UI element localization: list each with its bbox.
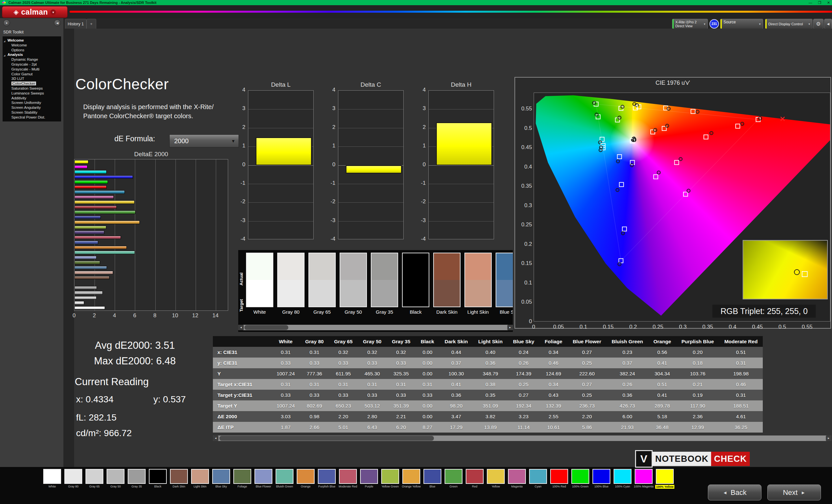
settings-button[interactable]: ⚙ bbox=[813, 19, 824, 29]
de-formula-select[interactable]: 2000 ▼ bbox=[169, 135, 239, 147]
scroll-right-icon[interactable]: ► bbox=[507, 325, 513, 330]
tree-expand-icon[interactable]: ◢ bbox=[4, 39, 5, 44]
tree-expand-icon[interactable]: ◢ bbox=[4, 53, 5, 58]
patch-gray-65[interactable] bbox=[308, 253, 336, 307]
target-point-marker bbox=[802, 271, 808, 277]
calman-app-icon bbox=[2, 1, 6, 4]
palette-item-gray-50[interactable]: Gray 50 bbox=[105, 469, 126, 489]
sidebar-item-colorchecker[interactable]: ColorChecker bbox=[3, 81, 61, 86]
table-horizontal-scrollbar[interactable]: ◄ ► bbox=[213, 436, 831, 441]
patch-blue-sky[interactable] bbox=[496, 253, 513, 307]
sidebar: SDR Toolkit ◢WelcomeWelcomeOptions◢Analy… bbox=[0, 29, 63, 467]
palette-item-orange[interactable]: Orange bbox=[295, 469, 316, 489]
palette-item-gray-80[interactable]: Gray 80 bbox=[63, 469, 84, 489]
table-cell: 0.27 bbox=[568, 379, 606, 390]
patch-black[interactable] bbox=[402, 253, 429, 307]
sidebar-item-spectral-power-dist[interactable]: Spectral Power Dist. bbox=[3, 115, 61, 120]
table-cell: 802.69 bbox=[300, 400, 329, 411]
minimize-button[interactable]: — bbox=[809, 1, 812, 4]
patch-gray-80[interactable] bbox=[277, 253, 305, 307]
calman-menu-button[interactable]: ◈ calman ▾ bbox=[2, 6, 68, 18]
column-header-gray-65: Gray 65 bbox=[329, 336, 358, 347]
palette-item-orange-yellow[interactable]: Orange Yellow bbox=[401, 469, 422, 489]
measured-marker-100-blue bbox=[618, 263, 621, 266]
close-button[interactable]: ✕ bbox=[827, 1, 830, 5]
palette-item-light-skin[interactable]: Light Skin bbox=[189, 469, 211, 489]
palette-item-label: Light Skin bbox=[194, 485, 207, 488]
table-cell: 192.34 bbox=[508, 400, 539, 411]
palette-item-foliage[interactable]: Foliage bbox=[232, 469, 253, 489]
tree-group-welcome[interactable]: ◢Welcome bbox=[3, 38, 61, 43]
scroll-right-icon[interactable]: ► bbox=[826, 436, 831, 441]
chevron-down-icon[interactable]: ▾ bbox=[50, 9, 56, 15]
palette-item-cyan[interactable]: Cyan bbox=[527, 469, 549, 489]
back-button[interactable]: ◄ Back bbox=[708, 484, 761, 500]
palette-item-green[interactable]: Green bbox=[443, 469, 464, 489]
table-header-row: WhiteGray 80Gray 65Gray 50Gray 35BlackDa… bbox=[213, 336, 763, 347]
sidebar-item-saturation-sweeps[interactable]: Saturation Sweeps bbox=[3, 86, 61, 91]
sidebar-item-grayscale-multi[interactable]: Grayscale - Multi bbox=[3, 67, 61, 72]
patch-white[interactable] bbox=[246, 253, 273, 307]
display-control-dropdown[interactable]: Direct Display Control ▼ bbox=[765, 19, 812, 29]
sidebar-item-dynamic-range[interactable]: Dynamic Range bbox=[3, 57, 61, 62]
sidebar-item-screen-stability[interactable]: Screen Stability bbox=[3, 110, 61, 115]
next-button[interactable]: Next ► bbox=[767, 484, 821, 500]
palette-item-bluish-green[interactable]: Bluish Green bbox=[274, 469, 295, 489]
palette-item-blue-flower[interactable]: Blue Flower bbox=[253, 469, 274, 489]
palette-item-blue-sky[interactable]: Blue Sky bbox=[211, 469, 232, 489]
palette-item-100-red[interactable]: 100% Red bbox=[549, 469, 570, 489]
palette-item-magenta[interactable]: Magenta bbox=[506, 469, 527, 489]
palette-item-black[interactable]: Black bbox=[147, 469, 168, 489]
palette-item-dark-skin[interactable]: Dark Skin bbox=[168, 469, 189, 489]
sidebar-item-screen-angularity[interactable]: Screen Angularity bbox=[3, 105, 61, 110]
palette-item-100-yellow[interactable]: 100% Yellow bbox=[654, 469, 675, 489]
sidebar-collapse-button[interactable]: ◀ bbox=[54, 20, 61, 26]
palette-item-yellow[interactable]: Yellow bbox=[485, 469, 506, 489]
patch-gray-35[interactable] bbox=[371, 253, 398, 307]
deltae-bar-gray-35 bbox=[74, 286, 97, 290]
swatch-strip-scrollbar[interactable]: ◄► bbox=[238, 325, 513, 330]
scroll-left-icon[interactable]: ◄ bbox=[238, 325, 244, 330]
tree-group-analysis[interactable]: ◢Analysis bbox=[3, 52, 61, 57]
table-scrollbar-thumb[interactable] bbox=[219, 436, 434, 441]
scroll-left-icon[interactable]: ◄ bbox=[213, 436, 218, 441]
sidebar-item-additivity[interactable]: Additivity bbox=[3, 96, 61, 101]
palette-item-100-blue[interactable]: 100% Blue bbox=[591, 469, 612, 489]
workflow-options-button[interactable]: ● bbox=[3, 20, 10, 26]
target-marker-moderate-red bbox=[704, 135, 708, 139]
reading-count-badge[interactable]: 231 bbox=[709, 19, 719, 29]
patch-target-color bbox=[465, 280, 491, 307]
patch-dark-skin[interactable] bbox=[433, 253, 461, 307]
swatch-scrollbar-thumb[interactable] bbox=[244, 325, 288, 330]
sidebar-item-grayscale-2pt[interactable]: Grayscale - 2pt bbox=[3, 62, 61, 67]
panel-collapse-button[interactable]: ◀ bbox=[824, 19, 832, 29]
cie-y-tick: 0.35 bbox=[516, 183, 532, 189]
palette-item-purplish-blue[interactable]: Purplish Blue bbox=[316, 469, 337, 489]
patch-gray-50[interactable] bbox=[340, 253, 367, 307]
tab-add-button[interactable]: + bbox=[86, 19, 96, 29]
palette-item-100-green[interactable]: 100% Green bbox=[570, 469, 591, 489]
palette-item-100-cyan[interactable]: 100% Cyan bbox=[612, 469, 633, 489]
palette-item-gray-65[interactable]: Gray 65 bbox=[84, 469, 105, 489]
sidebar-item-welcome[interactable]: Welcome bbox=[3, 43, 61, 48]
maximize-button[interactable]: ❐ bbox=[818, 1, 821, 5]
sidebar-item-screen-uniformity[interactable]: Screen Uniformity bbox=[3, 100, 61, 105]
sidebar-item-luminance-sweeps[interactable]: Luminance Sweeps bbox=[3, 91, 61, 96]
sidebar-item-3d-lut[interactable]: 3D LUT bbox=[3, 76, 61, 81]
table-cell: 0.38 bbox=[473, 379, 508, 390]
palette-item-white[interactable]: White bbox=[42, 469, 63, 489]
palette-item-yellow-green[interactable]: Yellow Green bbox=[380, 469, 401, 489]
palette-item-100-magenta[interactable]: 100% Magenta bbox=[633, 469, 654, 489]
patch-light-skin[interactable] bbox=[464, 253, 492, 307]
palette-item-moderate-red[interactable]: Moderate Red bbox=[337, 469, 359, 489]
tab-history-1[interactable]: History 1 bbox=[65, 19, 86, 29]
sidebar-item-options[interactable]: Options bbox=[3, 48, 61, 53]
palette-item-gray-35[interactable]: Gray 35 bbox=[126, 469, 147, 489]
palette-item-blue[interactable]: Blue bbox=[422, 469, 443, 489]
palette-item-purple[interactable]: Purple bbox=[359, 469, 380, 489]
palette-item-red[interactable]: Red bbox=[464, 469, 485, 489]
sidebar-item-color-gamut[interactable]: Color Gamut bbox=[3, 72, 61, 77]
source-dropdown[interactable]: Source ▼ bbox=[720, 19, 763, 29]
meter-dropdown[interactable]: X-Rite i1Pro 2Direct View ▼ bbox=[672, 19, 708, 29]
palette-item-label: Bluish Green bbox=[276, 485, 293, 488]
